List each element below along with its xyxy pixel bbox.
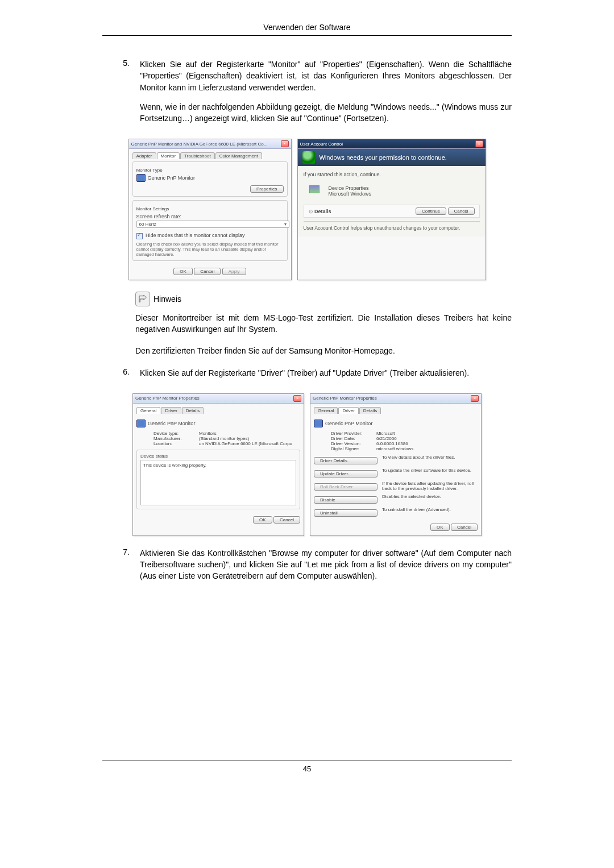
refresh-rate-value: 60 Hertz	[139, 222, 156, 227]
note-label: Hinweis	[154, 294, 181, 304]
driver-date-label: Driver Date:	[331, 436, 376, 441]
uac-body: If you started this action, continue. De…	[298, 166, 486, 236]
tab-troubleshoot[interactable]: Troubleshoot	[180, 152, 214, 159]
close-icon[interactable]: ×	[475, 140, 483, 147]
ok-button[interactable]: OK	[430, 524, 450, 531]
tab-driver[interactable]: Driver	[338, 407, 358, 414]
update-driver-button[interactable]: Update Driver...	[314, 470, 377, 477]
manufacturer-value: (Standard monitor types)	[199, 436, 249, 441]
uac-started-line: If you started this action, continue.	[304, 172, 480, 177]
monitor-type-group: Monitor Type Generic PnP Monitor Propert…	[132, 161, 288, 197]
device-type-label: Device type:	[154, 431, 199, 436]
location-label: Location:	[154, 441, 199, 446]
chevron-down-icon[interactable]: ⊙	[309, 209, 315, 214]
monitor-name: Generic PnP Monitor	[148, 421, 195, 426]
manufacturer-label: Manufacturer:	[154, 436, 199, 441]
refresh-rate-label: Screen refresh rate:	[136, 214, 284, 219]
dialog-title: Generic PnP Monitor Properties	[135, 396, 200, 401]
driver-version-label: Driver Version:	[331, 441, 376, 446]
uninstall-text: To uninstall the driver (Advanced).	[382, 507, 478, 512]
step5-paragraph-2: Wenn, wie in der nachfolgenden Abbildung…	[140, 101, 512, 124]
rollback-driver-text: If the device fails after updating the d…	[382, 481, 478, 491]
driver-provider-label: Driver Provider:	[331, 431, 376, 436]
device-status-label: Device status	[140, 454, 296, 459]
rollback-driver-button[interactable]: Roll Back Driver	[314, 483, 377, 491]
refresh-rate-select[interactable]: 60 Hertz ▾	[136, 221, 289, 228]
tab-general[interactable]: General	[314, 407, 338, 414]
driver-version-value: 6.0.6000.16386	[376, 441, 408, 446]
dialog-titlebar: Generic PnP Monitor and NVIDIA GeForce 6…	[129, 139, 291, 149]
tab-general[interactable]: General	[136, 407, 160, 414]
screenshot-row-2: Generic PnP Monitor Properties × General…	[102, 393, 512, 536]
dialog-buttons: OK Cancel Apply	[132, 264, 288, 276]
tab-adapter[interactable]: Adapter	[132, 152, 156, 159]
screenshot-row-1: Generic PnP Monitor and NVIDIA GeForce 6…	[102, 139, 512, 280]
step6-text: Klicken Sie auf der Registerkarte "Drive…	[140, 367, 512, 379]
disable-button[interactable]: Disable	[314, 496, 377, 504]
page-header-title: Verwenden der Software	[102, 23, 512, 36]
tab-driver[interactable]: Driver	[161, 407, 181, 414]
continue-button[interactable]: Continue	[416, 207, 446, 215]
note-icon	[135, 292, 150, 306]
flag-icon	[309, 185, 320, 193]
tab-details[interactable]: Details	[359, 407, 381, 414]
hide-modes-help: Clearing this check box allows you to se…	[136, 242, 284, 257]
monitor-properties-dialog: Generic PnP Monitor and NVIDIA GeForce 6…	[128, 139, 292, 280]
digital-signer-label: Digital Signer:	[331, 446, 376, 451]
cancel-button[interactable]: Cancel	[194, 268, 221, 275]
step-number: 7.	[102, 547, 130, 590]
device-type-value: Monitors	[199, 431, 217, 436]
dialog-title: Generic PnP Monitor Properties	[313, 396, 377, 401]
driver-details-text: To view details about the driver files.	[382, 455, 478, 460]
driver-date-value: 6/21/2006	[376, 436, 397, 441]
tab-monitor[interactable]: Monitor	[157, 152, 180, 159]
chevron-down-icon: ▾	[284, 222, 287, 227]
close-icon[interactable]: ×	[281, 140, 289, 147]
page-footer: 45	[102, 761, 512, 773]
device-status-box: This device is working properly.	[140, 460, 296, 505]
uac-title: User Account Control	[300, 142, 343, 147]
close-icon[interactable]: ×	[293, 395, 301, 402]
dialog-title: Generic PnP Monitor and NVIDIA GeForce 6…	[131, 142, 268, 147]
monitor-name: Generic PnP Monitor	[148, 175, 195, 181]
uac-details-label[interactable]: Details	[314, 209, 331, 214]
uninstall-button[interactable]: Uninstall	[314, 509, 377, 517]
uac-titlebar: User Account Control ×	[298, 139, 486, 149]
note-paragraph-1: Dieser Monitortreiber ist mit dem MS-Log…	[135, 312, 512, 335]
shield-icon	[302, 151, 315, 164]
update-driver-text: To update the driver software for this d…	[382, 468, 478, 473]
general-properties-dialog: Generic PnP Monitor Properties × General…	[132, 393, 304, 536]
page-content: Verwenden der Software 5. Klicken Sie au…	[102, 0, 512, 784]
hide-modes-checkbox[interactable]	[136, 233, 143, 239]
device-status-text: This device is working properly.	[143, 463, 206, 468]
ok-button[interactable]: OK	[173, 268, 193, 275]
driver-details-button[interactable]: Driver Details	[314, 457, 377, 464]
cancel-button[interactable]: Cancel	[451, 524, 478, 531]
cancel-button[interactable]: Cancel	[448, 207, 475, 215]
step-number: 5.	[102, 59, 130, 132]
step5-paragraph-1: Klicken Sie auf der Registerkarte "Monit…	[140, 59, 512, 93]
tab-details[interactable]: Details	[182, 407, 204, 414]
dialog-titlebar: Generic PnP Monitor Properties ×	[310, 394, 481, 404]
uac-dialog: User Account Control × Windows needs you…	[297, 139, 486, 280]
monitor-type-label: Monitor Type	[136, 168, 284, 173]
uac-ms-windows: Microsoft Windows	[329, 191, 372, 197]
apply-button[interactable]: Apply	[222, 268, 246, 275]
driver-provider-value: Microsoft	[376, 431, 395, 436]
cancel-button[interactable]: Cancel	[273, 516, 300, 524]
uac-device-properties: Device Properties	[329, 185, 372, 191]
uac-footer-text: User Acoount Control helps stop unauthor…	[304, 225, 480, 231]
ok-button[interactable]: OK	[253, 516, 272, 524]
step-body: Klicken Sie auf der Registerkarte "Monit…	[140, 59, 512, 132]
step-5: 5. Klicken Sie auf der Registerkarte "Mo…	[102, 59, 512, 132]
tab-color-management[interactable]: Color Management	[215, 152, 262, 159]
hide-modes-label: Hide modes that this monitor cannot disp…	[146, 232, 245, 238]
close-icon[interactable]: ×	[471, 395, 479, 402]
monitor-name: Generic PnP Monitor	[325, 421, 372, 426]
properties-button[interactable]: Properties	[250, 185, 283, 193]
page-number: 45	[303, 765, 311, 773]
note-paragraph-2: Den zertifizierten Treiber finden Sie au…	[135, 345, 512, 356]
monitor-icon	[136, 174, 146, 182]
monitor-settings-label: Monitor Settings	[136, 206, 284, 211]
driver-properties-dialog: Generic PnP Monitor Properties × General…	[310, 393, 482, 536]
